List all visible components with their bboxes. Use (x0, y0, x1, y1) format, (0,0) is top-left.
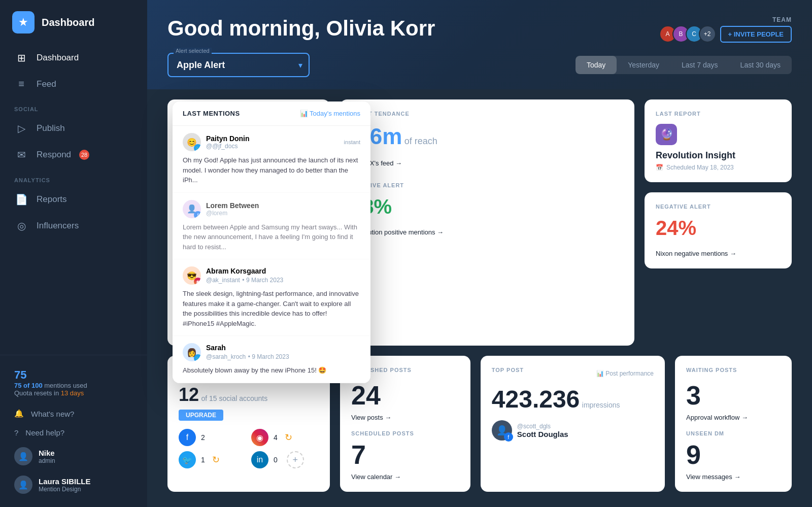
whats-new-item[interactable]: 🔔 What's new? (0, 404, 147, 423)
negative-alert-value: 24% (656, 217, 781, 240)
team-avatars: A B C +2 (659, 25, 716, 43)
facebook-icon: f (179, 429, 196, 446)
top-post-username: Scott Douglas (517, 430, 568, 438)
social-count: 12 (179, 384, 199, 405)
publish-icon: ▷ (14, 122, 28, 134)
view-posts-link[interactable]: View posts → (351, 414, 459, 421)
mention-user-info: Sarah @sarah_kroch • 9 March 2023 (206, 344, 289, 361)
negative-alert-link[interactable]: Nixon negative mentions → (656, 250, 781, 257)
mention-date: instant (344, 139, 360, 145)
mention-item: 👤 f Lorem Between @lorem Lorem between A… (173, 193, 370, 260)
need-help-label: Need help? (25, 428, 64, 437)
mention-handle: @ak_instant (206, 277, 240, 284)
tab-last7[interactable]: Last 7 days (670, 56, 729, 74)
top-post-avatar: 👤 f (492, 420, 512, 441)
mentions-popup: LAST MENTIONS 📊 Today's mentions 😊 🐦 Pai… (173, 102, 370, 383)
twitter-badge: 🐦 (194, 144, 201, 151)
laura-role: Mention Design (39, 486, 91, 493)
analytics-section-label: ANALYTICS (0, 168, 147, 186)
respond-badge: 28 (79, 150, 89, 160)
mention-user-info: Lorem Between @lorem (206, 201, 259, 217)
sidebar-item-label: Influencers (37, 221, 79, 231)
tab-today[interactable]: Today (576, 56, 617, 74)
sidebar-item-feed[interactable]: ≡ Feed (0, 71, 147, 97)
sidebar-item-respond[interactable]: ✉ Respond 28 (0, 142, 147, 168)
view-calendar-link[interactable]: View calendar → (351, 473, 459, 481)
dashboard-icon: ⊞ (14, 52, 28, 64)
sidebar-item-influencers[interactable]: ◎ Influencers (0, 213, 147, 239)
mention-item: 👩 🐦 Sarah @sarah_kroch • 9 March 2023 Ab… (173, 336, 370, 383)
impressions-label: impressions (582, 401, 620, 409)
feed-icon: ≡ (14, 78, 28, 90)
sidebar-item-label: Respond (37, 150, 71, 160)
scheduled-date: Scheduled May 18, 2023 (666, 164, 734, 171)
invite-people-button[interactable]: + INVITE PEOPLE (720, 26, 792, 43)
linkedin-account: in 0 + (251, 451, 319, 468)
user-nike[interactable]: 👤 Nike admin (0, 442, 147, 470)
mention-item: 😎 ◉ Abram Korsgaard @ak_instant • 9 Marc… (173, 259, 370, 336)
respond-icon: ✉ (14, 149, 28, 161)
calendar-icon: 📅 (656, 164, 663, 171)
sidebar-item-reports[interactable]: 📄 Reports (0, 186, 147, 213)
app-name: Dashboard (42, 17, 94, 28)
top-post-title: TOP POST (492, 367, 524, 373)
right-column: LAST REPORT 🔮 Revolution Insight 📅 Sched… (645, 99, 792, 346)
approval-workflow-link[interactable]: Approval workflow → (686, 414, 781, 421)
mention-text: Lorem between Apple and Samsung my heart… (183, 222, 360, 252)
waiting-posts-card: WAITING POSTS 3 Approval workflow → UNSE… (675, 356, 792, 492)
linkedin-count: 0 (274, 456, 278, 464)
alert-label: Alert selected (174, 48, 212, 54)
add-more-accounts[interactable]: + (287, 451, 304, 468)
post-performance-link[interactable]: 📊 Post performance (596, 370, 654, 377)
quota-text: 75 of 100 mentions used (14, 382, 133, 389)
nike-info: Nike admin (39, 449, 55, 464)
mention-user-info: Abram Korsgaard @ak_instant • 9 March 20… (206, 267, 283, 284)
positive-alert-link[interactable]: Revolution positive mentions → (351, 228, 623, 236)
nike-name: Nike (39, 449, 55, 457)
sync-icon: ↻ (212, 454, 220, 465)
positive-alert-value: 48% (351, 195, 623, 218)
top-post-header: TOP POST 📊 Post performance (492, 367, 654, 380)
upgrade-button[interactable]: UPGRADE (179, 410, 223, 421)
impressions-value: 423.236 (492, 386, 580, 413)
laura-avatar: 👤 (14, 476, 32, 494)
facebook-badge: f (194, 211, 201, 218)
mention-avatar: 😊 🐦 (183, 133, 201, 151)
main-header: Good morning, Olivia Korr TEAM A B C +2 … (147, 0, 812, 89)
mention-header: 😊 🐦 Paityn Donin @@jf_docs instant (183, 133, 360, 151)
mention-name: Paityn Donin (206, 134, 250, 143)
sidebar-item-label: Publish (37, 123, 65, 133)
sidebar-item-publish[interactable]: ▷ Publish (0, 115, 147, 142)
alert-select[interactable]: Apple Alert (167, 53, 310, 77)
sidebar-bottom: 75 75 of 100 mentions used Quota resets … (0, 355, 147, 507)
sidebar-item-dashboard[interactable]: ⊞ Dashboard (0, 45, 147, 71)
team-section: TEAM A B C +2 + INVITE PEOPLE (659, 16, 792, 43)
social-accounts-grid: f 2 ◉ 4 ↻ 🐦 1 ↻ in 0 + (179, 429, 319, 468)
need-help-item[interactable]: ? Need help? (0, 423, 147, 442)
waiting-posts-value: 3 (686, 380, 781, 411)
twitter-badge: 🐦 (194, 354, 201, 361)
quota-days: 13 days (61, 389, 84, 397)
greeting: Good morning, Olivia Korr (167, 16, 435, 41)
alert-tendance-title: ALERT TENDANCE (351, 111, 623, 117)
mention-handle: @@jf_docs (206, 143, 250, 150)
team-row: A B C +2 + INVITE PEOPLE (659, 25, 792, 43)
nike-role: admin (39, 457, 55, 464)
mention-item: 😊 🐦 Paityn Donin @@jf_docs instant Oh my… (173, 126, 370, 193)
instagram-account: ◉ 4 ↻ (251, 429, 319, 446)
tab-last30[interactable]: Last 30 days (729, 56, 792, 74)
twitter-account: 🐦 1 ↻ (179, 451, 246, 468)
quota-label: mentions used (44, 382, 87, 389)
logo-icon: ★ (12, 11, 35, 33)
team-label: TEAM (659, 16, 792, 23)
alert-tendance-link[interactable]: SpaceX's feed → (351, 159, 623, 167)
todays-mentions-link[interactable]: 📊 Today's mentions (300, 110, 360, 117)
sidebar-logo[interactable]: ★ Dashboard (0, 0, 147, 45)
header-top: Good morning, Olivia Korr TEAM A B C +2 … (167, 16, 792, 53)
top-post-card: TOP POST 📊 Post performance 423.236 impr… (481, 356, 665, 492)
view-messages-link[interactable]: View messages → (686, 473, 781, 481)
tab-yesterday[interactable]: Yesterday (617, 56, 670, 74)
mention-header: 😎 ◉ Abram Korsgaard @ak_instant • 9 Marc… (183, 266, 360, 285)
negative-alert-title: NEGATIVE ALERT (656, 204, 781, 210)
user-laura[interactable]: 👤 Laura SIBILLE Mention Design (0, 470, 147, 499)
